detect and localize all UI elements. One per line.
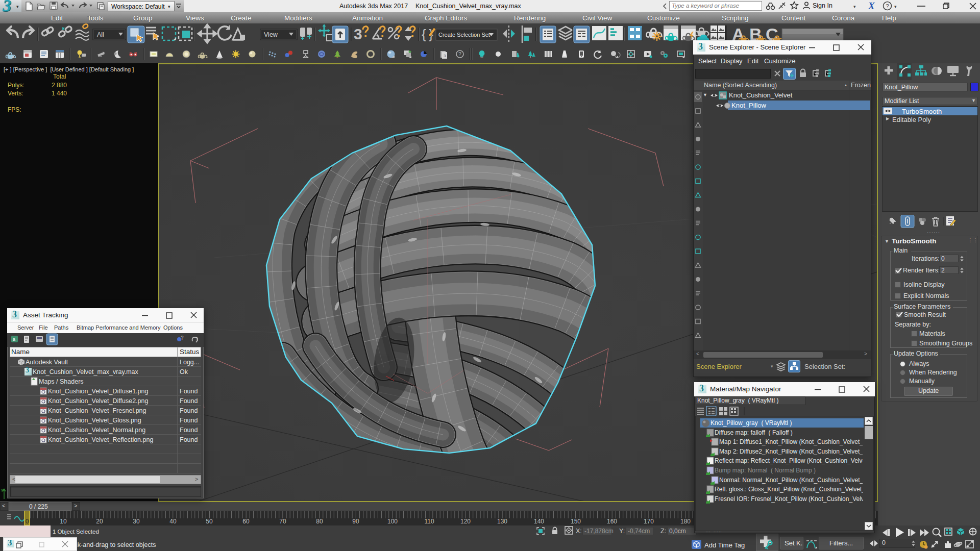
svg-text:View: View [264, 31, 278, 38]
svg-text:Y: Y [1, 488, 4, 493]
svg-text:130: 130 [497, 518, 507, 525]
svg-text:110: 110 [424, 518, 434, 525]
svg-text:120: 120 [460, 518, 471, 525]
svg-text:170: 170 [644, 518, 654, 525]
svg-text:20: 20 [96, 518, 103, 525]
svg-text:0: 0 [26, 518, 29, 525]
svg-text:140: 140 [534, 518, 544, 525]
svg-text:Create Selection Set: Create Selection Set [438, 32, 490, 38]
svg-text:?: ? [195, 336, 198, 341]
svg-text:90: 90 [352, 518, 359, 525]
svg-text:50: 50 [206, 518, 213, 525]
svg-text:?: ? [181, 335, 184, 341]
svg-text:150: 150 [571, 518, 581, 525]
svg-text:10: 10 [60, 518, 67, 525]
svg-text:70: 70 [279, 518, 286, 525]
svg-text:100: 100 [387, 518, 398, 525]
svg-text:40: 40 [169, 518, 177, 525]
svg-text:All: All [97, 31, 104, 38]
svg-text:{: { [422, 27, 426, 42]
svg-text:80: 80 [316, 518, 323, 525]
svg-text:?: ? [458, 51, 461, 57]
svg-text:a: a [13, 337, 15, 342]
svg-text:3: 3 [354, 26, 362, 42]
svg-text:?: ? [886, 3, 889, 9]
svg-text:30: 30 [133, 518, 140, 525]
svg-text:60: 60 [242, 518, 250, 525]
svg-text:180: 180 [680, 518, 691, 525]
svg-text:160: 160 [607, 518, 617, 525]
svg-text:3: 3 [444, 54, 446, 58]
